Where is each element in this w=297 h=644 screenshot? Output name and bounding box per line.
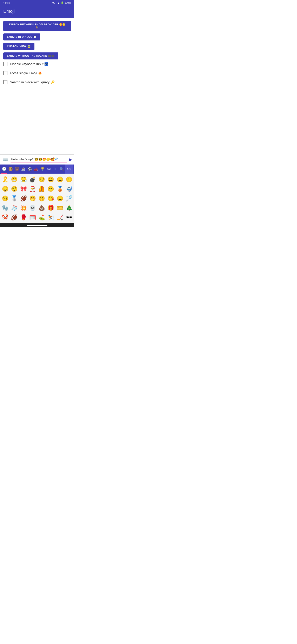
- emojis-dialog-button[interactable]: EMOJIS IN DIALOG 💬: [3, 34, 40, 40]
- emoji-ski[interactable]: ⛷️: [46, 213, 55, 222]
- buttons-container: SWITCH BETWEEN EMOJI PROVIDER 🥰😂🏇 EMOJIS…: [3, 21, 71, 62]
- category-tabs: 🕐 😊 🐻 ☕ ⚽ 🚗 💡 !?# 🏳 🔍 ⌫: [0, 164, 74, 174]
- force-single-checkbox[interactable]: [3, 71, 7, 75]
- emoji-second-place[interactable]: 🥈: [10, 194, 18, 203]
- objects-icon: 💡: [40, 167, 45, 171]
- emoji-shush[interactable]: 🤫: [37, 194, 46, 203]
- emoji-goal[interactable]: 🥅: [28, 213, 37, 222]
- battery-percent: 100%: [64, 2, 71, 4]
- emoji-poop[interactable]: 💩: [37, 203, 46, 212]
- emoji-sock[interactable]: 🧦: [10, 203, 18, 212]
- checkbox-search-place: Search in place with :query 🔑: [3, 80, 71, 84]
- emoji-ribbon[interactable]: 🎗️: [1, 175, 9, 184]
- page-title: Emoji: [3, 9, 71, 14]
- cat-tab-travel[interactable]: 🚗: [33, 164, 39, 174]
- send-button[interactable]: ▶: [69, 157, 72, 162]
- emoji-santa[interactable]: 🎅: [28, 184, 37, 194]
- status-right: 4G+ ▲ 🔋 100%: [52, 2, 71, 4]
- nav-pill: [27, 225, 47, 226]
- emoji-third-place[interactable]: 🥉: [56, 184, 64, 194]
- emoji-tree[interactable]: 🎄: [65, 203, 73, 212]
- bottom-nav: [0, 223, 74, 227]
- emoji-relieved[interactable]: 😌: [10, 184, 18, 194]
- emoji-sunglasses[interactable]: 🕶️: [65, 213, 73, 222]
- message-input[interactable]: [10, 157, 67, 162]
- emoji-rugby[interactable]: 🏈: [10, 213, 18, 222]
- cat-tab-delete[interactable]: ⌫: [65, 164, 73, 174]
- button-row-2: EMOJIS IN DIALOG 💬: [3, 34, 71, 43]
- symbols-icon: !?#: [47, 168, 51, 170]
- search-in-place-checkbox[interactable]: [3, 80, 7, 84]
- emoji-skull[interactable]: 💀: [28, 203, 37, 212]
- app-header: Emoji: [0, 6, 74, 18]
- send-icon: ▶: [69, 157, 72, 162]
- cat-tab-recent[interactable]: 🕐: [1, 164, 7, 174]
- cat-tab-sports[interactable]: ⚽: [26, 164, 33, 174]
- emoji-grin[interactable]: 😄: [46, 175, 55, 184]
- emoji-neutral[interactable]: 😐: [56, 175, 64, 184]
- search-in-place-label: Search in place with :query 🔑: [10, 80, 55, 84]
- cat-tab-objects[interactable]: 💡: [39, 164, 45, 174]
- emoji-glove[interactable]: 🧤: [1, 203, 9, 212]
- checkbox-force-single: Force single Emoji 🔥: [3, 71, 71, 75]
- delete-icon: ⌫: [67, 168, 71, 171]
- cat-tab-symbols[interactable]: !?#: [45, 164, 52, 174]
- emoji-sad[interactable]: 😔: [1, 184, 9, 194]
- time: 11:00: [3, 2, 10, 4]
- emoji-vest[interactable]: 🦺: [37, 184, 46, 194]
- emoji-grimace[interactable]: 😬: [10, 175, 18, 184]
- emoji-wink[interactable]: 😏: [1, 194, 9, 203]
- cat-tab-smiley[interactable]: 😊: [7, 164, 13, 174]
- checkbox-disable-keyboard: Disable keyboard input 🏧: [3, 62, 71, 66]
- disable-keyboard-checkbox[interactable]: [3, 62, 7, 66]
- force-single-label: Force single Emoji 🔥: [10, 71, 42, 75]
- button-row-1: SWITCH BETWEEN EMOJI PROVIDER 🥰😂🏇: [3, 21, 71, 34]
- emoji-snorkel[interactable]: 🤿: [65, 184, 73, 194]
- emojis-keyboard-button[interactable]: EMOJIS WITHOUT KEYBOARD 🟰🟰: [3, 52, 58, 60]
- switch-provider-button[interactable]: SWITCH BETWEEN EMOJI PROVIDER 🥰😂🏇: [3, 21, 71, 31]
- emoji-blank[interactable]: 😑: [56, 194, 64, 203]
- emoji-boom[interactable]: 💥: [19, 203, 28, 212]
- status-bar: 11:00 4G+ ▲ 🔋 100%: [0, 0, 74, 6]
- emoji-neutral2[interactable]: 😑: [46, 184, 55, 194]
- emoji-hockey[interactable]: 🏒: [56, 213, 64, 222]
- emoji-bomb[interactable]: 💣: [28, 175, 37, 184]
- main-content: SWITCH BETWEEN EMOJI PROVIDER 🥰😂🏇 EMOJIS…: [0, 18, 74, 154]
- recent-icon: 🕐: [2, 166, 6, 171]
- emoji-jester[interactable]: 🤡: [1, 213, 9, 222]
- travel-icon: 🚗: [34, 167, 38, 171]
- battery-icon: 🔋: [61, 2, 64, 4]
- sports-icon: ⚽: [27, 167, 32, 171]
- keyboard-icon: ⌨️: [3, 157, 8, 162]
- button-row-4: EMOJIS WITHOUT KEYBOARD 🟰🟰: [3, 52, 71, 62]
- emoji-gift[interactable]: 🎁: [46, 203, 55, 212]
- signal-icon: ▲: [57, 2, 60, 4]
- emoji-boxing[interactable]: 🥊: [19, 213, 28, 222]
- emoji-hands-mouth[interactable]: 🤭: [28, 194, 37, 203]
- keyboard-toggle-button[interactable]: ⌨️: [2, 156, 9, 163]
- animals-icon: 🐻: [15, 167, 19, 171]
- emoji-grid: 🎗️ 😬 😤 💣 😏 😄 😐 😶 😔 😌 🎀 🎅 🦺 😑 🥉 🤿 😏 🥈 🏈 🤭…: [0, 174, 74, 223]
- disable-keyboard-label: Disable keyboard input 🏧: [10, 62, 48, 66]
- network-type: 4G+: [52, 2, 56, 4]
- cat-tab-search[interactable]: 🔍: [58, 164, 65, 174]
- food-icon: ☕: [21, 167, 25, 171]
- search-icon: 🔍: [59, 167, 64, 171]
- emoji-smirk[interactable]: 😏: [37, 175, 46, 184]
- emoji-kiss[interactable]: 😘: [46, 194, 55, 203]
- emoji-golf[interactable]: ⛳: [37, 213, 46, 222]
- input-bar: ⌨️ ▶: [0, 154, 74, 164]
- emoji-expressionless[interactable]: 😶: [65, 175, 73, 184]
- custom-view-button[interactable]: CUSTOM VIEW 🖼️: [3, 43, 34, 50]
- smiley-icon: 😊: [8, 167, 13, 171]
- emoji-ticket[interactable]: 🎫: [56, 203, 64, 212]
- cat-tab-animals[interactable]: 🐻: [13, 164, 20, 174]
- cat-tab-flags[interactable]: 🏳: [52, 164, 58, 174]
- cat-tab-food[interactable]: ☕: [20, 164, 26, 174]
- emoji-badminton[interactable]: 🏸: [65, 194, 73, 203]
- emoji-bow[interactable]: 🎀: [19, 184, 28, 194]
- spacer: [3, 89, 71, 151]
- flags-icon: 🏳: [53, 167, 57, 171]
- emoji-football[interactable]: 🏈: [19, 194, 28, 203]
- emoji-angry[interactable]: 😤: [19, 175, 28, 184]
